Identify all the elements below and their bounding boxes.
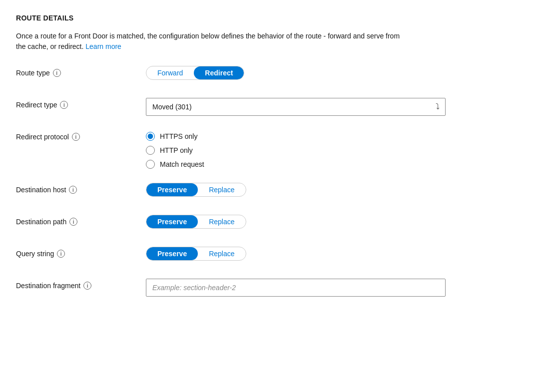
query-string-preserve-btn[interactable]: Preserve — [146, 247, 198, 260]
destination-path-info-icon[interactable]: i — [69, 218, 77, 226]
redirect-type-info-icon[interactable]: i — [60, 101, 68, 109]
redirect-protocol-label: Redirect protocol i — [16, 130, 146, 141]
destination-host-control: Preserve Replace — [146, 183, 525, 197]
learn-more-link[interactable]: Learn more — [85, 42, 121, 50]
route-type-row: Route type i Forward Redirect — [16, 66, 525, 84]
destination-host-toggle-group: Preserve Replace — [146, 183, 246, 197]
query-string-label: Query string i — [16, 247, 146, 258]
destination-path-preserve-btn[interactable]: Preserve — [146, 215, 198, 228]
redirect-protocol-match-option[interactable]: Match request — [146, 160, 525, 169]
redirect-type-select[interactable]: Moved (301) Found (302) Temporary Redire… — [146, 98, 446, 116]
destination-host-row: Destination host i Preserve Replace — [16, 183, 525, 201]
destination-fragment-info-icon[interactable]: i — [83, 282, 91, 290]
query-string-replace-btn[interactable]: Replace — [198, 247, 245, 260]
redirect-protocol-http-label: HTTP only — [160, 146, 193, 154]
destination-host-replace-btn[interactable]: Replace — [198, 183, 245, 196]
redirect-protocol-http-radio[interactable] — [146, 146, 155, 155]
page-title: ROUTE DETAILS — [16, 14, 525, 22]
redirect-protocol-match-label: Match request — [160, 160, 204, 168]
destination-path-toggle-group: Preserve Replace — [146, 215, 246, 229]
redirect-type-row: Redirect type i Moved (301) Found (302) … — [16, 98, 525, 116]
destination-fragment-control — [146, 279, 525, 297]
redirect-protocol-http-option[interactable]: HTTP only — [146, 146, 525, 155]
query-string-row: Query string i Preserve Replace — [16, 247, 525, 265]
query-string-info-icon[interactable]: i — [57, 250, 65, 258]
redirect-protocol-https-option[interactable]: HTTPS only — [146, 132, 525, 141]
redirect-protocol-https-radio[interactable] — [146, 132, 155, 141]
redirect-type-control: Moved (301) Found (302) Temporary Redire… — [146, 98, 525, 116]
route-type-redirect-btn[interactable]: Redirect — [194, 66, 244, 79]
query-string-control: Preserve Replace — [146, 247, 525, 261]
redirect-type-dropdown-wrapper: Moved (301) Found (302) Temporary Redire… — [146, 98, 446, 116]
query-string-toggle-group: Preserve Replace — [146, 247, 246, 261]
redirect-protocol-row: Redirect protocol i HTTPS only HTTP only… — [16, 130, 525, 169]
destination-host-info-icon[interactable]: i — [69, 186, 77, 194]
redirect-protocol-control: HTTPS only HTTP only Match request — [146, 130, 525, 169]
redirect-protocol-https-label: HTTPS only — [160, 132, 197, 140]
destination-path-row: Destination path i Preserve Replace — [16, 215, 525, 233]
route-type-forward-btn[interactable]: Forward — [146, 66, 194, 79]
redirect-protocol-match-radio[interactable] — [146, 160, 155, 169]
redirect-protocol-radio-group: HTTPS only HTTP only Match request — [146, 130, 525, 169]
destination-fragment-input[interactable] — [146, 279, 446, 297]
description-text: Once a route for a Front Door is matched… — [16, 32, 400, 50]
destination-host-preserve-btn[interactable]: Preserve — [146, 183, 198, 196]
page-description: Once a route for a Front Door is matched… — [16, 31, 406, 52]
destination-fragment-label: Destination fragment i — [16, 279, 146, 290]
route-type-toggle-group: Forward Redirect — [146, 66, 244, 80]
destination-fragment-row: Destination fragment i — [16, 279, 525, 297]
redirect-protocol-info-icon[interactable]: i — [72, 133, 80, 141]
route-type-info-icon[interactable]: i — [53, 69, 61, 77]
route-type-control: Forward Redirect — [146, 66, 525, 80]
redirect-type-label: Redirect type i — [16, 98, 146, 109]
destination-path-control: Preserve Replace — [146, 215, 525, 229]
destination-host-label: Destination host i — [16, 183, 146, 194]
destination-path-replace-btn[interactable]: Replace — [198, 215, 245, 228]
route-type-label: Route type i — [16, 66, 146, 77]
destination-path-label: Destination path i — [16, 215, 146, 226]
